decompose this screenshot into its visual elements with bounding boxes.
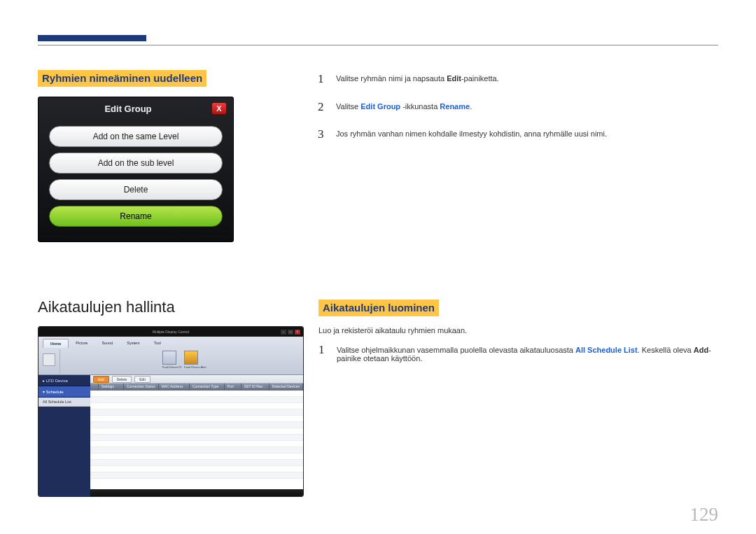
sidebar-item-lfd[interactable]: ▸ LFD Device [38,375,90,386]
tab-picture[interactable]: Picture [69,339,94,348]
header-rule [38,45,718,45]
table-row [90,428,303,435]
step-body: Valitse Edit Group -ikkunasta Rename. [336,98,718,116]
step-bold-blue: All Schedule List [575,346,638,354]
page-number: 129 [690,504,719,526]
col-blank [90,384,99,391]
col-detected[interactable]: Detected Devices [270,384,303,391]
add-button[interactable]: Add [93,376,109,383]
mdc-toolbar: Add Delete Edit [90,375,303,384]
step-number: 1 [318,70,326,88]
mdc-tabs: Home Picture Sound System Tool [38,337,303,348]
close-button[interactable]: X [211,102,227,115]
col-mac[interactable]: MAC Address [159,384,190,391]
table-row [90,460,303,466]
mdc-main: ▸ LFD Device ▾ Schedule All Schedule Lis… [38,375,303,496]
fault-device-alert-icon [184,351,198,365]
step: 2 Valitse Edit Group -ikkunasta Rename. [318,98,718,116]
ribbon-item[interactable]: Fault Device ID [162,351,181,369]
close-button[interactable]: X [295,330,300,335]
step-text: Valitse [336,102,360,111]
step-bold-blue: Edit Group [360,102,400,111]
step-bold: Add [694,346,708,354]
step-body: Jos ryhmän vanhan nimen kohdalle ilmesty… [336,125,718,143]
table-row [90,454,303,460]
table-row [90,472,303,479]
ribbon-separator [59,349,60,373]
step-text: Valitse ohjelmaikkunan vasemmalla puolel… [337,346,575,354]
table-row [90,391,303,397]
header-accent-bar [38,35,146,41]
col-settings[interactable]: Settings [99,384,124,391]
step-text: -ikkunasta [400,102,440,111]
sidebar-item-schedule[interactable]: ▾ Schedule [38,386,90,398]
step: 1 Valitse ohjelmaikkunan vasemmalla puol… [318,343,718,363]
grid-header: Settings Connection Status MAC Address C… [90,384,303,391]
col-port[interactable]: Port [225,384,241,391]
step-number: 2 [318,98,326,116]
mdc-ribbon: Home Picture Sound System Tool Fault Dev… [38,337,303,375]
ribbon-group [43,353,55,373]
sidebar-label: Schedule [46,390,64,394]
tab-tool[interactable]: Tool [147,339,168,348]
ribbon-icon[interactable] [43,353,55,366]
maximize-button[interactable]: □ [288,330,293,335]
ribbon-body: Fault Device ID Fault Device Alert [38,348,303,374]
sidebar-label: LFD Device [46,379,68,383]
status-bar [90,489,303,496]
step-text: Valitse ryhmän nimi ja napsauta [336,74,447,83]
table-row [90,397,303,403]
delete-button[interactable]: Delete [112,376,132,383]
tab-home[interactable]: Home [43,339,69,348]
section1-heading: Ryhmien nimeäminen uudelleen [38,70,206,87]
mdc-sidebar: ▸ LFD Device ▾ Schedule All Schedule Lis… [38,375,90,496]
add-sub-level-button[interactable]: Add on the sub level [49,153,223,174]
col-conn-type[interactable]: Connection Type [190,384,225,391]
sidebar-fill [38,407,90,496]
minimize-button[interactable]: – [281,330,286,335]
mdc-window: Multiple Display Control – □ X Home Pict… [38,326,304,497]
mdc-title: Multiple Display Control [153,330,190,334]
table-row [90,435,303,441]
sidebar-sub-all-schedule[interactable]: All Schedule List [38,398,90,407]
table-row [90,422,303,428]
step-number: 1 [318,343,327,363]
edit-group-title: Edit Group [45,104,211,114]
table-row [90,441,303,447]
rename-button[interactable]: Rename [49,206,223,227]
window-controls: – □ X [281,330,300,335]
table-row [90,409,303,416]
step: 3 Jos ryhmän vanhan nimen kohdalle ilmes… [318,125,718,143]
section1-steps: 1 Valitse ryhmän nimi ja napsauta Edit-p… [318,70,718,153]
delete-button[interactable]: Delete [49,179,223,200]
step-body: Valitse ohjelmaikkunan vasemmalla puolel… [337,343,718,363]
table-row [90,403,303,409]
step: 1 Valitse ryhmän nimi ja napsauta Edit-p… [318,70,718,88]
col-connection-status[interactable]: Connection Status [124,384,159,391]
add-same-level-button[interactable]: Add on the same Level [49,126,223,147]
ribbon-label: Fault Device Alert [184,365,206,369]
step-bold: Edit [447,74,461,83]
table-row [90,447,303,454]
edit-group-titlebar: Edit Group X [38,97,234,120]
table-row [90,416,303,422]
step-text: Jos ryhmän vanhan nimen kohdalle ilmesty… [336,129,607,138]
step-number: 3 [318,125,326,143]
step-bold-blue: Rename [440,102,470,111]
section2-heading-right: Aikataulujen luominen [318,300,439,316]
ribbon-label: Fault Device ID [162,365,181,369]
edit-button[interactable]: Edit [134,376,150,383]
step-text: -painiketta. [461,74,499,83]
fault-device-id-icon [162,351,176,365]
col-setid[interactable]: SET ID Ran... [241,384,270,391]
step-text: . Keskellä oleva [638,346,694,354]
tab-sound[interactable]: Sound [94,339,120,348]
step-body: Valitse ryhmän nimi ja napsauta Edit-pai… [336,70,718,88]
edit-group-dialog: Edit Group X Add on the same Level Add o… [38,97,234,242]
tab-system[interactable]: System [120,339,146,348]
section2-desc: Luo ja rekisteröi aikataulu ryhmien muka… [318,326,718,335]
table-row [90,466,303,472]
ribbon-item[interactable]: Fault Device Alert [184,351,206,369]
mdc-titlebar: Multiple Display Control – □ X [38,327,303,337]
step-text: . [470,102,472,111]
